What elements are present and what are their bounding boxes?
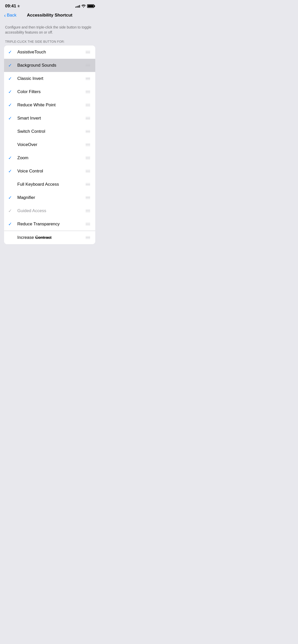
status-time: 09:41 <box>5 4 20 9</box>
drag-handle-guided-access[interactable] <box>85 209 91 213</box>
check-icon-background-sounds: ✓ <box>8 63 17 68</box>
drag-handle-voiceover[interactable] <box>85 142 91 147</box>
check-icon-voice-control: ✓ <box>8 168 17 174</box>
list-item-magnifier[interactable]: ✓Magnifier <box>4 191 95 204</box>
back-button[interactable]: ‹ Back <box>4 13 24 18</box>
check-icon-color-filters: ✓ <box>8 89 17 95</box>
list-item-voiceover[interactable]: VoiceOver <box>4 138 95 151</box>
item-label-voice-control: Voice Control <box>17 169 85 174</box>
drag-handle-reduce-white-point[interactable] <box>85 103 91 108</box>
partial-item-container: Increase Contrast <box>4 231 95 244</box>
list-item-full-keyboard-access[interactable]: Full Keyboard Access <box>4 178 95 191</box>
status-icons <box>75 4 94 8</box>
back-label: Back <box>7 13 17 18</box>
list-item-color-filters[interactable]: ✓Color Filters <box>4 85 95 98</box>
item-label-magnifier: Magnifier <box>17 195 85 200</box>
item-label-color-filters: Color Filters <box>17 89 85 94</box>
drag-handle-reduce-transparency[interactable] <box>85 222 91 227</box>
check-icon-reduce-white-point: ✓ <box>8 102 17 108</box>
nav-bar: ‹ Back Accessibility Shortcut <box>0 11 99 21</box>
drag-handle-classic-invert[interactable] <box>85 76 91 81</box>
drag-handle-switch-control[interactable] <box>85 129 91 134</box>
list-item-zoom[interactable]: ✓Zoom <box>4 151 95 165</box>
item-label-switch-control: Switch Control <box>17 129 85 134</box>
page-title: Accessibility Shortcut <box>24 13 75 18</box>
check-icon-magnifier: ✓ <box>8 195 17 200</box>
list-item-background-sounds[interactable]: ✓Background Sounds <box>4 59 95 72</box>
contrast-label-text: Contrast <box>35 235 51 240</box>
item-label-classic-invert: Classic Invert <box>17 76 85 81</box>
check-icon-assistive-touch: ✓ <box>8 49 17 55</box>
list-item-switch-control[interactable]: Switch Control <box>4 125 95 138</box>
drag-handle-background-sounds[interactable] <box>85 63 91 68</box>
item-label-guided-access: Guided Access <box>17 208 85 213</box>
wifi-icon <box>82 5 86 8</box>
drag-handle-color-filters[interactable] <box>85 90 91 94</box>
drag-handle-full-keyboard-access[interactable] <box>85 182 91 187</box>
drag-handle-zoom[interactable] <box>85 156 91 160</box>
item-label-voiceover: VoiceOver <box>17 142 85 147</box>
increase-contrast-item[interactable]: Increase Contrast <box>4 231 95 244</box>
list-item-classic-invert[interactable]: ✓Classic Invert <box>4 72 95 85</box>
item-label-full-keyboard-access: Full Keyboard Access <box>17 182 85 187</box>
check-icon-zoom: ✓ <box>8 155 17 161</box>
check-icon-smart-invert: ✓ <box>8 115 17 121</box>
drag-handle-smart-invert[interactable] <box>85 116 91 121</box>
battery-icon <box>87 4 94 8</box>
check-icon-reduce-transparency: ✓ <box>8 221 17 227</box>
item-label-zoom: Zoom <box>17 155 85 160</box>
list-item-smart-invert[interactable]: ✓Smart Invert <box>4 112 95 125</box>
item-label-reduce-white-point: Reduce White Point <box>17 103 85 108</box>
drag-handle-assistive-touch[interactable] <box>85 50 91 55</box>
time-display: 09:41 <box>5 4 16 9</box>
section-header: TRIPLE-CLICK THE SIDE BUTTON FOR: <box>0 40 99 46</box>
accessibility-list: ✓AssistiveTouch✓Background Sounds✓Classi… <box>4 46 95 231</box>
list-item-voice-control[interactable]: ✓Voice Control <box>4 165 95 178</box>
signal-icon <box>75 5 80 8</box>
increase-label-text: Increase <box>17 235 35 240</box>
location-icon <box>17 5 20 8</box>
back-chevron-icon: ‹ <box>4 13 6 18</box>
check-icon-classic-invert: ✓ <box>8 76 17 81</box>
item-label-assistive-touch: AssistiveTouch <box>17 50 85 55</box>
description-text: Configure and then triple-click the side… <box>0 21 99 40</box>
check-icon-guided-access: ✓ <box>8 208 17 214</box>
list-item-reduce-white-point[interactable]: ✓Reduce White Point <box>4 98 95 112</box>
status-bar: 09:41 <box>0 0 99 11</box>
item-label-smart-invert: Smart Invert <box>17 116 85 121</box>
list-item-reduce-transparency[interactable]: ✓Reduce Transparency <box>4 217 95 231</box>
list-item-guided-access[interactable]: ✓Guided Access <box>4 204 95 217</box>
increase-contrast-label: Increase Contrast <box>17 235 85 240</box>
drag-handle-magnifier[interactable] <box>85 195 91 200</box>
list-item-assistive-touch[interactable]: ✓AssistiveTouch <box>4 46 95 59</box>
drag-handle-voice-control[interactable] <box>85 169 91 174</box>
item-label-reduce-transparency: Reduce Transparency <box>17 222 85 227</box>
drag-handle-increase-contrast[interactable] <box>85 235 91 240</box>
item-label-background-sounds: Background Sounds <box>17 63 85 68</box>
